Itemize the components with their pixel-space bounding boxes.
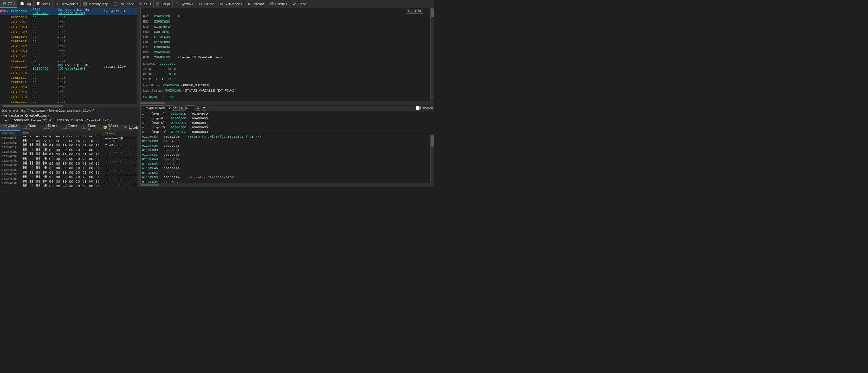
- tf-label: TF: [156, 77, 161, 81]
- stack-arrow-up[interactable]: ▲: [179, 106, 184, 111]
- toolbar-handles[interactable]: Handles: [267, 0, 290, 7]
- reg-row: ESI0000000A: [143, 45, 428, 50]
- unlocked-checkbox[interactable]: [415, 106, 420, 110]
- dump-tab-watch1[interactable]: 🐱 Watch 1: [100, 124, 121, 131]
- dump-area: Address Hex ASCII 013D4BFD00 AB AB AB AB…: [0, 131, 141, 187]
- registers-scrollbar-h[interactable]: [141, 101, 434, 105]
- sf-val: 0: [161, 72, 165, 76]
- reg-row: EBX00F9C000: [143, 19, 428, 24]
- disasm-addr[interactable]: 76BE381A: [10, 90, 31, 95]
- stack-num-input[interactable]: [185, 105, 194, 111]
- gs-value: 002B: [149, 95, 157, 99]
- disasm-addr[interactable]: 76BE380B: [10, 39, 31, 44]
- disasm-addr[interactable]: 76BE381B: [10, 95, 31, 99]
- disasm-addr[interactable]: 76BE380A: [10, 34, 31, 39]
- disasm-addr[interactable]: 76BE3808: [10, 25, 31, 30]
- right-panel: Hide FPU EAX000002CFL'.'EBX00F9C000ECX01…: [141, 8, 434, 187]
- dump-header: Address Hex ASCII: [0, 131, 137, 136]
- stack-view-row: 0113FCA400000080: [141, 161, 430, 166]
- left-panel: EIP●76BE3800FF25 2010C476jmp dword ptr d…: [0, 8, 141, 187]
- df-val: 0: [174, 72, 176, 76]
- last-error-label: LastError: [143, 84, 163, 87]
- stack-arrow-down[interactable]: ▼: [173, 106, 178, 111]
- disasm-addr[interactable]: 76BE3817: [10, 75, 31, 80]
- toolbar-call-stack[interactable]: Call Stack: [111, 0, 136, 7]
- cf-label: CF: [143, 77, 149, 81]
- if-val: 1: [174, 77, 176, 81]
- disasm-addr[interactable]: 76BE380C: [10, 44, 31, 49]
- dump-tab-5[interactable]: Dump 5: [80, 124, 100, 131]
- dump-tab-1[interactable]: Dump 1: [0, 124, 20, 131]
- toolbar-symbols[interactable]: Symbols: [173, 0, 196, 7]
- toolbar-seh[interactable]: SEH: [136, 0, 154, 7]
- disasm-addr[interactable]: 76BE380D: [10, 49, 31, 54]
- dump-tab-2[interactable]: Dump 2: [20, 124, 40, 131]
- toolbar-log[interactable]: 📄 Log: [18, 0, 33, 7]
- handles-icon: [270, 2, 274, 6]
- threads-icon: [247, 2, 251, 6]
- last-status-text: (STATUS_VARIABLE_NOT_FOUND): [183, 89, 237, 93]
- trace-icon: [292, 2, 297, 6]
- stack-convention-dropdown[interactable]: Default (stdcall): [142, 105, 172, 111]
- toolbar-notes[interactable]: 📝 Notes: [34, 0, 53, 7]
- stack-num-up[interactable]: ▲: [195, 106, 200, 111]
- registers-scrollbar-thumb: [431, 8, 434, 18]
- last-error-text: (ERROR_SUCCESS): [181, 84, 211, 87]
- disasm-addr[interactable]: 76BE3800: [10, 8, 31, 15]
- info-line1: dword ptr ds:[76C41020 <kernel32.&Create…: [1, 108, 139, 118]
- seh-icon: [138, 2, 143, 6]
- toolbar-references[interactable]: References: [217, 0, 244, 7]
- disasm-scrollbar-v[interactable]: [137, 8, 141, 104]
- stack-num-down[interactable]: ▼: [202, 106, 207, 111]
- registers-wrapper: Hide FPU EAX000002CFL'.'EBX00F9C000ECX01…: [141, 8, 434, 101]
- reg-row: ECX013D4BFD: [143, 24, 428, 30]
- disasm-addr[interactable]: 76BE3807: [10, 20, 31, 25]
- dump-tab-locals[interactable]: Locals: [121, 124, 142, 131]
- toolbar-trace[interactable]: Trace: [290, 0, 309, 7]
- disasm-scroll-area: EIP●76BE3800FF25 2010C476jmp dword ptr d…: [0, 8, 137, 104]
- disasm-scrollbar-h[interactable]: [0, 104, 141, 107]
- disasm-addr[interactable]: 76BE3810: [10, 63, 31, 70]
- stack-arg-row: 2:[esp+8]8000000080000000: [141, 116, 434, 121]
- dump-tabs-bar: Dump 1 Dump 2 Dump 3 Dump 4: [0, 124, 141, 131]
- unlocked-checkbox-label: Unlocked: [415, 106, 433, 110]
- cpu-icon: [2, 1, 7, 6]
- registers-scrollbar-v[interactable]: [430, 8, 434, 101]
- last-error-row: LastError 00000000 (ERROR_SUCCESS): [143, 83, 428, 88]
- watch1-icon: 🐱: [103, 125, 107, 129]
- disasm-addr[interactable]: 76BE381C: [10, 99, 31, 104]
- toolbar-source[interactable]: Source: [196, 0, 217, 7]
- reg-row: EBP0113FCD0: [143, 35, 428, 40]
- disasm-addr[interactable]: 76BE3809: [10, 30, 31, 34]
- toolbar-threads[interactable]: Threads: [244, 0, 267, 7]
- disasm-addr[interactable]: 76BE3819: [10, 85, 31, 90]
- stack-scrollbar-h[interactable]: [141, 183, 434, 187]
- disasm-addr[interactable]: 76BE3818: [10, 80, 31, 85]
- disasm-scrollbar-thumb: [3, 105, 63, 107]
- gs-label: GS: [143, 95, 149, 99]
- stack-view-row: 0113FC9800000001: [141, 148, 430, 152]
- script-icon: [156, 2, 160, 6]
- toolbar-script[interactable]: Script: [154, 0, 173, 7]
- svg-rect-2: [84, 2, 87, 3]
- disasm-addr[interactable]: 76BE380E: [10, 54, 31, 58]
- eflags-value: 00000300: [159, 62, 176, 66]
- disasm-addr[interactable]: 76BE3816: [10, 70, 31, 75]
- dump-row: 013D4CAD00 00 00 00 00 00 00 00 00 00 00…: [0, 186, 137, 187]
- of-val: 0: [149, 72, 153, 76]
- toolbar-breakpoints[interactable]: ● Breakpoints: [53, 0, 81, 7]
- stack-arg-row: 5:[esp+14]0000000300000003: [141, 129, 434, 134]
- stack-scrollbar-v[interactable]: [430, 134, 434, 183]
- dump-tab-3[interactable]: Dump 3: [40, 124, 60, 131]
- hide-fpu-button[interactable]: Hide FPU: [406, 9, 423, 13]
- dump-scrollbar-v[interactable]: [137, 131, 141, 187]
- eip-label: EIP: [143, 55, 152, 60]
- stack-arg-row: 3:[esp+C]0000000100000001: [141, 121, 434, 125]
- svg-marker-13: [176, 2, 179, 5]
- toolbar-memory-map[interactable]: Memory Map: [81, 0, 111, 7]
- disasm-addr[interactable]: 76BE380F: [10, 58, 31, 63]
- disasm-addr[interactable]: 76BE3806: [10, 15, 31, 20]
- dump-tab-4[interactable]: Dump 4: [60, 124, 80, 131]
- info-line2: .text:76BE3800 kernel32.dll:$23800 #1480…: [1, 118, 139, 123]
- toolbar-cpu[interactable]: CPU: [0, 0, 18, 7]
